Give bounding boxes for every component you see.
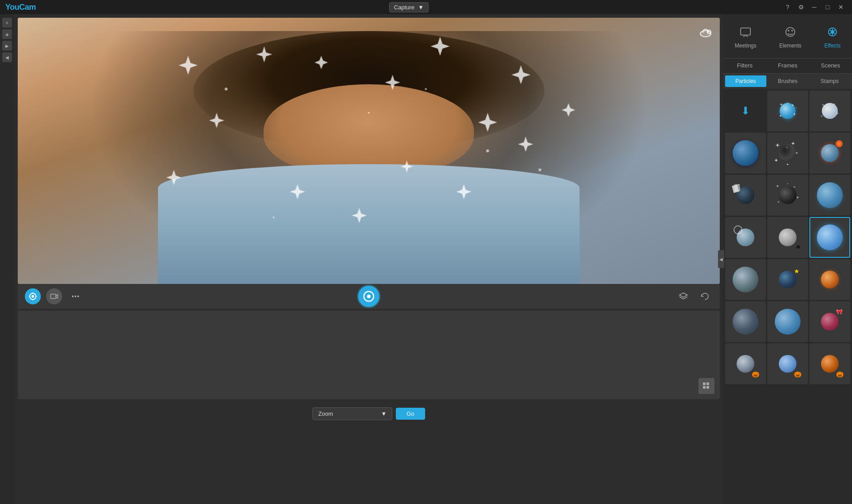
meetings-icon <box>738 24 753 40</box>
svg-point-54 <box>787 164 788 165</box>
tab-scenes[interactable]: Scenes <box>809 59 852 73</box>
svg-rect-33 <box>703 386 706 389</box>
nav-elements[interactable]: Elements <box>774 21 807 51</box>
effect-lens1[interactable] <box>725 217 766 258</box>
svg-text:❄: ❄ <box>821 103 824 107</box>
close-button[interactable]: ✕ <box>835 1 847 13</box>
effect-black1[interactable] <box>767 175 808 216</box>
video-button[interactable] <box>46 288 62 304</box>
tab-filters[interactable]: Filters <box>723 59 766 73</box>
sidebar-tool-3[interactable]: ▶ <box>2 41 12 51</box>
svg-point-26 <box>72 295 74 297</box>
svg-point-62 <box>787 183 788 184</box>
bottom-panel <box>18 311 720 399</box>
dropdown-arrow: ▼ <box>418 4 424 11</box>
subtab-brushes[interactable]: Brushes <box>767 75 809 87</box>
effects-tabs: Filters Frames Scenes <box>723 59 852 74</box>
sidebar-tool-1[interactable]: ≡ <box>2 18 12 28</box>
svg-marker-51 <box>791 142 795 145</box>
video-preview <box>18 18 720 284</box>
svg-marker-53 <box>774 158 778 162</box>
capture-dropdown[interactable]: Capture ▼ <box>389 2 429 12</box>
svg-text:❄: ❄ <box>836 111 838 114</box>
effect-cards1[interactable] <box>725 175 766 216</box>
svg-point-61 <box>778 201 779 203</box>
minimize-button[interactable]: ─ <box>809 1 820 13</box>
video-background <box>18 18 720 284</box>
subtab-particles[interactable]: Particles <box>725 75 766 87</box>
preview-toolbar <box>18 284 720 309</box>
svg-point-38 <box>791 30 793 32</box>
svg-rect-32 <box>706 382 709 385</box>
elements-label: Elements <box>779 43 801 49</box>
sidebar-tool-4[interactable]: ◀ <box>2 52 12 62</box>
go-button[interactable]: Go <box>396 408 425 420</box>
effect-dark-smoke1[interactable] <box>725 259 766 300</box>
settings-button[interactable]: ⚙ <box>795 1 807 13</box>
effect-halloween3[interactable]: 🎃 <box>809 343 850 384</box>
effects-grid: ⬇ <box>723 89 852 504</box>
nav-meetings[interactable]: Meetings <box>730 21 762 51</box>
right-panel: ◀ Meetings <box>723 14 852 504</box>
bottom-bar: Zoom ▼ Go <box>14 403 723 424</box>
sidebar-tool-2[interactable]: ◈ <box>2 29 12 39</box>
effect-plain2[interactable] <box>767 301 808 342</box>
right-nav: Meetings Elements <box>723 14 852 59</box>
toolbar-right <box>675 288 713 304</box>
undo-button[interactable] <box>697 288 713 304</box>
svg-point-37 <box>788 30 789 32</box>
effects-row-2: ✦ <box>725 133 850 173</box>
effect-smoke1[interactable]: ❄ <box>767 217 808 258</box>
zoom-select[interactable]: Zoom ▼ <box>312 407 392 420</box>
download-icon: ⬇ <box>741 105 750 117</box>
effect-halloween1[interactable]: 🎃 <box>725 343 766 384</box>
app-logo: YouCam <box>5 3 36 12</box>
svg-text:❄: ❄ <box>833 103 835 106</box>
effects-label: Effects <box>824 43 840 49</box>
maximize-button[interactable]: □ <box>822 1 833 13</box>
titlebar: YouCam Capture ▼ ? ⚙ ─ □ ✕ <box>0 0 852 14</box>
effects-subtabs: Particles Brushes Stamps <box>723 74 852 89</box>
effect-star1[interactable]: ★ <box>767 259 808 300</box>
camera-button[interactable] <box>25 288 41 304</box>
help-button[interactable]: ? <box>782 1 793 13</box>
tab-frames[interactable]: Frames <box>766 59 809 73</box>
effects-row-7: 🎃 🎃 🎃 <box>725 343 850 384</box>
svg-marker-43 <box>779 114 782 117</box>
effect-blue-dark1[interactable] <box>725 133 766 173</box>
meetings-label: Meetings <box>735 43 757 49</box>
svg-point-24 <box>32 295 34 298</box>
svg-point-30 <box>367 295 371 298</box>
effect-selected1[interactable] <box>809 217 850 258</box>
svg-marker-50 <box>775 143 780 147</box>
svg-point-45 <box>796 107 797 108</box>
svg-text:✦: ✦ <box>785 146 788 150</box>
svg-point-28 <box>77 295 79 297</box>
grid-view-button[interactable] <box>698 378 714 394</box>
effect-warm1[interactable] <box>809 133 850 173</box>
svg-rect-57 <box>734 184 741 192</box>
effect-plain1[interactable] <box>809 175 850 216</box>
effect-snow1[interactable] <box>767 91 808 131</box>
titlebar-controls: ? ⚙ ─ □ ✕ <box>782 1 847 13</box>
collapse-panel-button[interactable]: ◀ <box>718 250 724 268</box>
effect-halloween2[interactable]: 🎃 <box>767 343 808 384</box>
more-options-button[interactable] <box>67 288 83 304</box>
effect-orange1[interactable] <box>809 259 850 300</box>
effects-row-4: ❄ <box>725 217 850 258</box>
effect-dark2[interactable] <box>725 301 766 342</box>
layers-button[interactable] <box>675 288 691 304</box>
svg-rect-34 <box>706 386 709 389</box>
effect-snow2[interactable]: ❄ ❄ ❄ ❄ <box>809 91 850 131</box>
capture-button[interactable] <box>358 286 379 307</box>
svg-marker-42 <box>793 113 796 115</box>
effect-sparkle1[interactable]: ✦ <box>767 133 808 173</box>
nav-effects[interactable]: Effects <box>819 21 846 51</box>
cloud-upload-icon[interactable] <box>697 23 714 41</box>
effects-row-1: ⬇ <box>725 91 850 131</box>
main-layout: ≡ ◈ ▶ ◀ <box>0 14 852 504</box>
center-area: Zoom ▼ Go <box>14 14 723 504</box>
effect-download[interactable]: ⬇ <box>725 91 766 131</box>
subtab-stamps[interactable]: Stamps <box>809 75 850 87</box>
effect-ribbon1[interactable]: 🎀 <box>809 301 850 342</box>
